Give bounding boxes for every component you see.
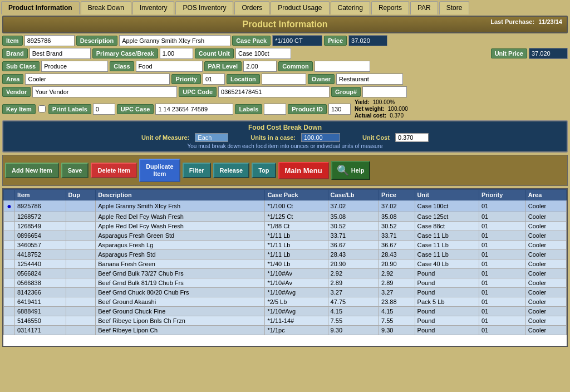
labels-input[interactable] — [264, 104, 286, 115]
col-case-lb[interactable]: Case/Lb — [328, 190, 379, 200]
tab-inventory[interactable]: Inventory — [132, 1, 174, 14]
product-id-input[interactable] — [328, 104, 351, 115]
product-table: Item Dup Description Case Pack Case/Lb P… — [3, 189, 567, 335]
uom-input[interactable] — [195, 133, 228, 142]
col-case-pack[interactable]: Case Pack — [265, 190, 328, 200]
product-id-label: Product ID — [288, 104, 327, 114]
print-labels-input[interactable] — [93, 104, 115, 115]
col-area[interactable]: Area — [525, 190, 566, 200]
table-row[interactable]: 4418752Asparagus Fresh Std*1/11 Lb28.432… — [4, 250, 567, 259]
tab-product-usage[interactable]: Product Usage — [271, 1, 329, 14]
food-cost-section: Food Cost Break Down Unit of Measure: Un… — [2, 120, 568, 153]
actual-cost-label: Actual cost: — [355, 112, 386, 119]
table-row[interactable]: 8142366Beef Grnd Chuck 80/20 Chub Frs*1/… — [4, 288, 567, 297]
table-row[interactable]: 0896654Asparagus Fresh Green Std*1/11 Lb… — [4, 231, 567, 241]
table-row[interactable]: 6419411Beef Ground Akaushi*2/5 Lb47.7523… — [4, 297, 567, 307]
delete-item-button[interactable]: Delete Item — [91, 163, 137, 178]
class-label: Class — [110, 61, 134, 71]
col-description[interactable]: Description — [96, 190, 265, 200]
last-purchase-value: 11/23/14 — [538, 18, 562, 25]
priority-input[interactable] — [203, 74, 225, 85]
sub-class-label: Sub Class — [2, 61, 40, 71]
tab-orders[interactable]: Orders — [234, 1, 269, 14]
table-header-row: Item Dup Description Case Pack Case/Lb P… — [4, 190, 567, 200]
uom-label: Unit of Measure: — [141, 134, 189, 141]
release-button[interactable]: Release — [213, 163, 250, 178]
common-label: Common — [278, 61, 313, 71]
table-row[interactable]: 5146550Beef Ribeye Lipon Bnls Ch Frzn*1/… — [4, 316, 567, 326]
data-table-wrapper[interactable]: Item Dup Description Case Pack Case/Lb P… — [2, 188, 568, 347]
food-cost-note: You must break down each food item into … — [8, 143, 562, 149]
count-unit-input[interactable] — [235, 48, 291, 59]
form-row-6: Key Item Print Labels UPC Case Labels Pr… — [2, 99, 568, 119]
key-item-checkbox[interactable] — [38, 105, 46, 112]
upc-case-input[interactable] — [155, 104, 233, 115]
table-row[interactable]: 1254440Banana Fresh Green*1/40 Lb20.9020… — [4, 259, 567, 269]
col-unit[interactable]: Unit — [415, 190, 479, 200]
right-stats: Yield: 100.00% Net weight: 100.000 Actua… — [355, 99, 408, 119]
form-row-2: Brand Primary Case/Break Count Unit Unit… — [2, 48, 568, 59]
tab-break-down[interactable]: Break Down — [81, 1, 131, 14]
group-label: Group# — [331, 87, 361, 97]
top-button[interactable]: Top — [252, 163, 276, 178]
upc-code-input[interactable] — [218, 86, 330, 97]
upc-case-label: UPC Case — [117, 104, 154, 114]
owner-input[interactable] — [336, 74, 403, 85]
tab-store[interactable]: Store — [439, 1, 470, 14]
table-row[interactable]: 6888491Beef Ground Chuck Fine*1/10#Avg4.… — [4, 307, 567, 316]
brand-input[interactable] — [30, 48, 91, 59]
help-button[interactable]: 🔍 Help — [331, 161, 370, 180]
page-title: Product Information — [243, 19, 328, 29]
par-level-input[interactable] — [243, 61, 277, 72]
sub-class-input[interactable] — [41, 61, 108, 72]
col-item[interactable]: Item — [15, 190, 66, 200]
location-label: Location — [227, 74, 260, 84]
owner-label: Owner — [308, 74, 335, 84]
vendor-input[interactable] — [32, 86, 177, 97]
filter-button[interactable]: Filter — [183, 163, 211, 178]
food-cost-row: Unit of Measure: Units in a case: Unit C… — [8, 133, 562, 142]
unit-price-input[interactable] — [529, 48, 568, 59]
price-input[interactable] — [348, 35, 387, 46]
units-input[interactable] — [301, 133, 340, 142]
col-priority[interactable]: Priority — [479, 190, 525, 200]
units-label: Units in a case: — [250, 134, 296, 141]
class-input[interactable] — [136, 61, 203, 72]
main-menu-button[interactable]: Main Menu — [278, 162, 329, 179]
item-input[interactable] — [24, 35, 75, 46]
common-input[interactable] — [315, 61, 370, 72]
table-row[interactable]: ●8925786Apple Granny Smith Xfcy Frsh*1/1… — [4, 200, 567, 212]
primary-case-label: Primary Case/Break — [92, 48, 158, 58]
form-row-3: Sub Class Class PAR Level Common — [2, 61, 568, 72]
col-price[interactable]: Price — [379, 190, 415, 200]
case-pack-input[interactable] — [272, 35, 322, 46]
col-dup[interactable]: Dup — [66, 190, 96, 200]
description-input[interactable] — [119, 35, 230, 46]
area-input[interactable] — [25, 74, 170, 85]
tab-product-information[interactable]: Product Information — [1, 1, 80, 14]
net-weight-label: Net weight: — [355, 106, 385, 112]
save-button[interactable]: Save — [61, 163, 89, 178]
unit-cost-label: Unit Cost — [362, 134, 390, 141]
yield-value: 100.00% — [373, 99, 395, 105]
add-new-item-button[interactable]: Add New Item — [5, 163, 59, 178]
unit-cost-input[interactable] — [395, 133, 429, 142]
tab-reports[interactable]: Reports — [371, 1, 409, 14]
table-row[interactable]: 0566824Beef Grnd Bulk 73/27 Chub Frs*1/1… — [4, 269, 567, 278]
form-row-1: Item Description Case Pack Price — [2, 35, 568, 46]
main-content: Product Information Last Purchase: 11/23… — [0, 14, 570, 349]
brand-label: Brand — [2, 48, 28, 58]
tab-catering[interactable]: Catering — [331, 1, 370, 14]
duplicate-item-button[interactable]: Duplicate Item — [139, 159, 180, 182]
primary-case-input[interactable] — [160, 48, 193, 59]
tab-par[interactable]: PAR — [410, 1, 438, 14]
group-input[interactable] — [362, 86, 407, 97]
table-row[interactable]: 3460557Asparagus Fresh Lg*1/11 Lb36.6736… — [4, 241, 567, 250]
table-row[interactable]: 1268549Apple Red Del Fcy Wash Fresh*1/88… — [4, 222, 567, 231]
description-label: Description — [76, 36, 118, 46]
table-row[interactable]: 0566838Beef Grnd Bulk 81/19 Chub Frs*1/1… — [4, 278, 567, 288]
location-input[interactable] — [262, 74, 306, 85]
table-row[interactable]: 1268572Apple Red Del Fcy Wash Fresh*1/12… — [4, 212, 567, 222]
table-row[interactable]: 0314171Beef Ribeye Lipon Ch*1/1pc9.309.3… — [4, 326, 567, 335]
tab-pos-inventory[interactable]: POS Inventory — [175, 1, 233, 14]
